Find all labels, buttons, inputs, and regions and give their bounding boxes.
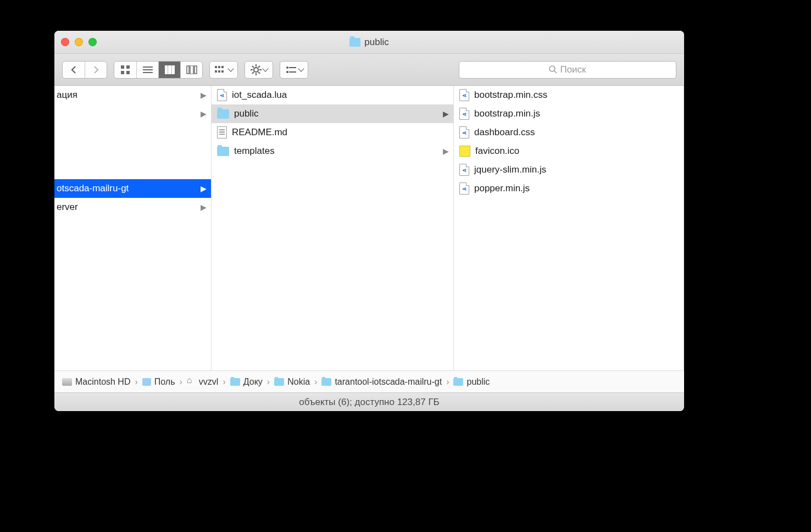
svg-line-33 bbox=[554, 71, 557, 73]
chevron-left-icon bbox=[70, 65, 77, 74]
disclosure-arrow-icon: ▶ bbox=[201, 203, 207, 212]
action-button[interactable] bbox=[245, 61, 273, 79]
search-icon bbox=[549, 65, 557, 74]
sidebar-item[interactable]: ация▶ bbox=[54, 86, 211, 104]
svg-rect-18 bbox=[221, 70, 224, 73]
columns-icon bbox=[165, 65, 175, 74]
code-file-icon: ⋖ bbox=[459, 164, 469, 176]
svg-line-25 bbox=[258, 72, 260, 74]
file-item[interactable]: ⋖iot_scada.lua bbox=[212, 86, 453, 104]
svg-line-24 bbox=[252, 66, 254, 68]
svg-rect-2 bbox=[121, 71, 124, 74]
search-field[interactable]: Поиск bbox=[459, 61, 676, 79]
svg-point-19 bbox=[254, 68, 258, 72]
sidebar-item[interactable] bbox=[54, 160, 211, 179]
view-columns-button[interactable] bbox=[158, 62, 180, 78]
svg-rect-16 bbox=[215, 70, 217, 73]
path-label: vvzvl bbox=[199, 377, 219, 387]
sidebar-item[interactable]: otscada-mailru-gt▶ bbox=[54, 179, 211, 198]
svg-rect-3 bbox=[126, 71, 130, 74]
path-separator: › bbox=[223, 377, 225, 387]
path-crumb[interactable]: tarantool-iotscada-mailru-gt bbox=[321, 377, 442, 387]
code-file-icon: ⋖ bbox=[459, 182, 469, 195]
arrange-icon bbox=[215, 65, 227, 74]
path-separator: › bbox=[135, 377, 137, 387]
path-crumb[interactable]: Доку bbox=[230, 377, 263, 387]
disclosure-arrow-icon: ▶ bbox=[201, 109, 207, 118]
titlebar: public bbox=[54, 31, 684, 54]
file-item[interactable]: ⋖jquery-slim.min.js bbox=[454, 160, 684, 179]
fullscreen-window-button[interactable] bbox=[88, 38, 97, 46]
path-label: public bbox=[466, 377, 490, 387]
list-icon bbox=[143, 66, 153, 74]
path-crumb[interactable]: Поль bbox=[142, 377, 175, 387]
folder-icon bbox=[453, 378, 463, 386]
file-item[interactable]: ⋖popper.min.js bbox=[454, 179, 684, 198]
path-separator: › bbox=[267, 377, 270, 387]
path-crumb[interactable]: Macintosh HD bbox=[62, 377, 130, 387]
view-mode-segment bbox=[114, 61, 203, 79]
chevron-down-icon bbox=[227, 65, 234, 71]
folder-icon bbox=[274, 378, 284, 386]
code-file-icon: ⋖ bbox=[459, 108, 469, 120]
share-button[interactable] bbox=[280, 61, 308, 79]
item-label: jquery-slim.min.js bbox=[474, 164, 546, 175]
file-item[interactable]: templates▶ bbox=[212, 142, 453, 160]
users-folder-icon bbox=[142, 378, 151, 386]
svg-line-26 bbox=[252, 72, 254, 74]
svg-rect-11 bbox=[190, 65, 193, 74]
item-label: erver bbox=[57, 202, 78, 213]
home-icon bbox=[187, 378, 196, 386]
item-label: popper.min.js bbox=[474, 183, 530, 194]
code-file-icon: ⋖ bbox=[459, 126, 469, 138]
file-item[interactable]: ⋖bootstrap.min.js bbox=[454, 104, 684, 123]
svg-point-28 bbox=[286, 66, 288, 69]
disclosure-arrow-icon: ▶ bbox=[443, 147, 449, 156]
column-1: ⋖iot_scada.luapublic▶README.mdtemplates▶ bbox=[212, 86, 454, 370]
minimize-window-button[interactable] bbox=[75, 38, 83, 46]
path-separator: › bbox=[180, 377, 182, 387]
path-crumb[interactable]: public bbox=[453, 377, 490, 387]
path-separator: › bbox=[446, 377, 449, 387]
favicon-icon bbox=[459, 146, 470, 157]
sidebar-item[interactable] bbox=[54, 123, 211, 142]
svg-rect-9 bbox=[172, 65, 175, 74]
status-bar: объекты (6); доступно 123,87 ГБ bbox=[54, 392, 684, 411]
sidebar-item[interactable]: erver▶ bbox=[54, 198, 211, 217]
path-separator: › bbox=[314, 377, 317, 387]
path-crumb[interactable]: Nokia bbox=[274, 377, 310, 387]
view-icons-button[interactable] bbox=[114, 62, 136, 78]
file-item[interactable]: public▶ bbox=[212, 104, 453, 123]
folder-icon bbox=[217, 109, 229, 119]
file-item[interactable]: ⋖bootstrap.min.css bbox=[454, 86, 684, 104]
toolbar: Поиск bbox=[54, 54, 684, 86]
view-list-button[interactable] bbox=[136, 62, 158, 78]
view-gallery-button[interactable] bbox=[180, 62, 202, 78]
svg-point-30 bbox=[286, 71, 288, 73]
sidebar-item[interactable]: ▶ bbox=[54, 104, 211, 123]
window-title: public bbox=[349, 37, 388, 48]
file-item[interactable]: favicon.ico bbox=[454, 142, 684, 160]
svg-line-27 bbox=[258, 66, 260, 68]
file-item[interactable]: ⋖dashboard.css bbox=[454, 123, 684, 142]
arrange-button[interactable] bbox=[209, 61, 238, 79]
item-label: dashboard.css bbox=[474, 127, 535, 138]
path-label: tarantool-iotscada-mailru-gt bbox=[335, 377, 442, 387]
forward-button[interactable] bbox=[85, 62, 107, 78]
svg-rect-7 bbox=[165, 65, 168, 74]
disk-icon bbox=[62, 378, 72, 386]
svg-rect-10 bbox=[187, 66, 189, 74]
sidebar-item[interactable] bbox=[54, 142, 211, 160]
disclosure-arrow-icon: ▶ bbox=[201, 91, 207, 99]
gear-icon bbox=[251, 64, 262, 75]
path-crumb[interactable]: vvzvl bbox=[187, 377, 219, 387]
nav-buttons bbox=[62, 61, 107, 79]
item-label: otscada-mailru-gt bbox=[57, 183, 129, 194]
close-window-button[interactable] bbox=[61, 38, 69, 46]
item-label: templates bbox=[234, 146, 275, 157]
column-browser: ация▶▶otscada-mailru-gt▶erver▶ ⋖iot_scad… bbox=[54, 86, 684, 370]
back-button[interactable] bbox=[63, 62, 85, 78]
status-text: объекты (6); доступно 123,87 ГБ bbox=[299, 397, 440, 408]
svg-rect-14 bbox=[218, 66, 220, 68]
file-item[interactable]: README.md bbox=[212, 123, 453, 142]
